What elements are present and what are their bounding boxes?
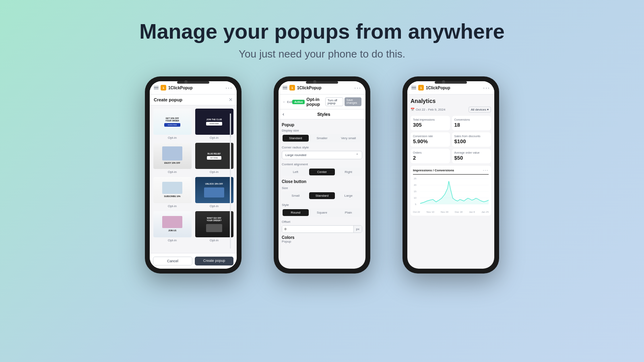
chart-container: Impressions / Conversions ··· 25 20 15 1…: [411, 166, 491, 216]
svg-marker-10: [420, 181, 489, 204]
x-label-1: Oct 22: [413, 211, 420, 213]
cancel-button[interactable]: Cancel: [153, 257, 192, 265]
app-logo-2: 1: [289, 85, 295, 90]
stat-value-6: $50: [454, 155, 489, 161]
template-thumb-3: ENJOY 10% OFF: [153, 143, 192, 169]
stat-avg-order: Average order value $50: [452, 149, 491, 163]
align-right[interactable]: Right: [335, 169, 361, 175]
template-item[interactable]: JOIN THE CLUB SUBSCRIBE Opt-in: [195, 109, 233, 140]
x-label-6: Jan 25: [481, 211, 489, 213]
style-round[interactable]: Round: [283, 209, 309, 216]
stat-conversions: Conversions 18: [452, 116, 491, 130]
analytics-content: Analytics 📅 Oct 22 - Feb 9, 2024 All dev…: [407, 95, 494, 219]
template-thumb-7: JOIN US: [153, 211, 192, 237]
active-badge: Active: [292, 100, 305, 104]
turn-off-button[interactable]: Turn off popup: [325, 97, 343, 106]
template-thumb-1: GET 10% OFFYOUR ORDER SUBSCRIBE: [153, 109, 192, 135]
size-label: Size: [282, 186, 362, 190]
svg-text:25: 25: [414, 178, 417, 180]
analytics-title: Analytics: [411, 98, 491, 104]
template-item[interactable]: GET 10% OFFYOUR ORDER SUBSCRIBE Opt-in: [153, 109, 192, 140]
svg-text:15: 15: [414, 190, 417, 193]
close-button-section: Close button: [282, 179, 362, 184]
exit-arrow-icon: ←: [283, 100, 286, 104]
hamburger-icon-2[interactable]: [283, 86, 287, 90]
align-left[interactable]: Left: [283, 169, 309, 175]
scroll-indicator: [230, 113, 231, 249]
hero-title: Manage your popups from anywhere: [139, 20, 504, 43]
app-name-3: 1ClickPopup: [426, 86, 450, 90]
stat-value-5: 2: [413, 155, 448, 161]
template-item[interactable]: BLUE RELIEF GET DEAL Opt-in: [195, 143, 233, 174]
close-icon[interactable]: ✕: [229, 97, 233, 103]
stat-conversion-rate: Conversion rate 5.90%: [411, 132, 450, 147]
template-thumb-2: JOIN THE CLUB SUBSCRIBE: [195, 109, 233, 135]
template-item[interactable]: ENJOY 10% OFF Opt-in: [153, 143, 192, 174]
hamburger-icon[interactable]: [154, 86, 159, 90]
template-label-5: Opt-in: [168, 204, 177, 208]
device-filter-dropdown[interactable]: All devices ▾: [469, 107, 491, 113]
size-small[interactable]: Small: [283, 192, 309, 199]
chart-options-icon[interactable]: ···: [483, 168, 489, 173]
phone-3-camera: [442, 80, 445, 84]
more-options-icon-2[interactable]: ···: [354, 84, 361, 91]
phone-1-camera: [184, 80, 188, 84]
x-label-5: Jan 6: [469, 211, 475, 213]
align-center[interactable]: Center: [309, 169, 335, 175]
template-label-3: Opt-in: [168, 170, 177, 174]
more-options-icon[interactable]: ···: [225, 84, 233, 91]
display-size-smaller[interactable]: Smaller: [309, 135, 335, 142]
chevron-down-icon-3: ▾: [487, 108, 489, 111]
template-item[interactable]: WANT $10 OFFYOUR ORDER? Opt-in: [195, 211, 233, 242]
x-label-4: Dec 18: [455, 211, 462, 213]
display-size-standard[interactable]: Standard: [283, 135, 309, 142]
style-label: Style: [282, 203, 362, 207]
calendar-icon: 📅: [411, 108, 415, 111]
mock-text: UNLOCK 15% OFF: [205, 183, 223, 185]
date-range-text: Oct 22 - Feb 9, 2024: [416, 108, 445, 111]
stat-label-3: Conversion rate: [413, 135, 448, 138]
save-changes-button[interactable]: Save changes: [345, 97, 361, 106]
style-square[interactable]: Square: [309, 209, 335, 216]
template-thumb-5: SUBSCRIBE 10%: [153, 177, 192, 203]
stat-label-2: Conversions: [454, 118, 489, 121]
offset-unit: px: [353, 226, 362, 232]
template-item[interactable]: UNLOCK 15% OFF Opt-in: [195, 177, 233, 208]
create-popup-header: Create popup ✕: [150, 95, 237, 105]
display-size-very-small[interactable]: Very small: [335, 135, 361, 142]
corner-radius-dropdown[interactable]: Large rounded ⌃: [282, 151, 362, 159]
date-range: 📅 Oct 22 - Feb 9, 2024: [411, 108, 445, 111]
templates-grid: GET 10% OFFYOUR ORDER SUBSCRIBE Opt-in J…: [150, 105, 237, 245]
corner-radius-label: Corner radius style: [282, 146, 362, 149]
size-large[interactable]: Large: [335, 192, 361, 199]
style-group: Round Square Plain: [282, 208, 362, 217]
create-popup-button[interactable]: Create popup: [195, 257, 233, 265]
stats-grid: Total impressions 305 Conversions 18 Con…: [411, 116, 491, 163]
template-item[interactable]: JOIN US Opt-in: [153, 211, 192, 242]
phone-3-screen: 1 1ClickPopup ··· Analytics 📅 Oct 22 - F…: [407, 81, 494, 269]
popup-name: Opt-in popup: [306, 97, 325, 107]
style-plain[interactable]: Plain: [335, 209, 361, 216]
mock-text: GET 10% OFFYOUR ORDER: [165, 117, 179, 122]
create-popup-footer: Cancel Create popup: [150, 253, 237, 269]
chevron-down-icon: ⌃: [356, 153, 359, 157]
offset-input[interactable]: 0: [282, 226, 353, 232]
template-thumb-4: BLUE RELIEF GET DEAL: [195, 143, 233, 169]
size-standard[interactable]: Standard: [309, 192, 335, 199]
stat-label-5: Orders: [413, 151, 448, 154]
template-thumb-8: WANT $10 OFFYOUR ORDER?: [195, 211, 233, 237]
template-item[interactable]: SUBSCRIBE 10% Opt-in: [153, 177, 192, 208]
close-size-group: Small Standard Large: [282, 191, 362, 200]
stat-label-4: Sales from discounts: [454, 135, 489, 138]
phone-3-header-left: 1 1ClickPopup: [411, 85, 450, 90]
display-size-label: Display size: [282, 129, 362, 132]
hamburger-icon-3[interactable]: [411, 86, 416, 90]
back-button[interactable]: ‹: [283, 111, 284, 117]
template-label-4: Opt-in: [210, 170, 219, 174]
exit-button[interactable]: ← Exit: [283, 100, 292, 104]
phone-2: 1 1ClickPopup ··· ← Exit Active Opt-in p…: [274, 76, 370, 274]
svg-text:20: 20: [414, 184, 417, 186]
stat-value-2: 18: [454, 122, 489, 128]
template-label-2: Opt-in: [210, 136, 219, 140]
more-options-icon-3[interactable]: ···: [483, 84, 490, 91]
